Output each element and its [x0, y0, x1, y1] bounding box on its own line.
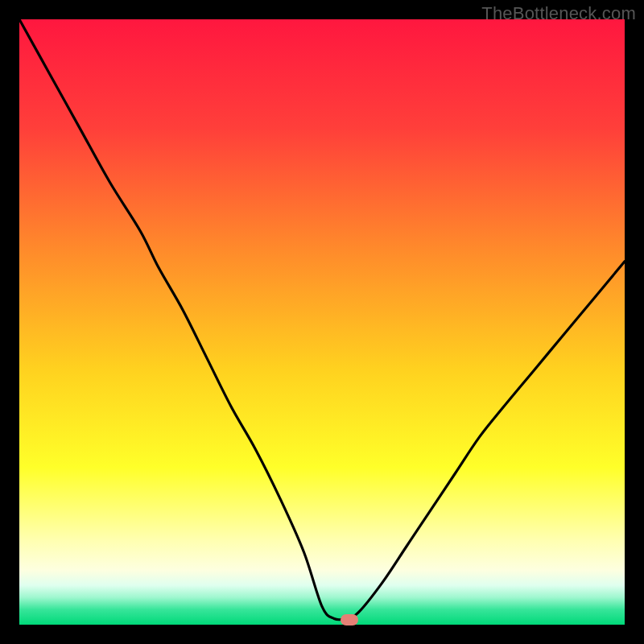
- plot-svg: [19, 19, 625, 625]
- plot-area: [19, 19, 625, 625]
- optimal-marker: [341, 614, 358, 625]
- chart-frame: TheBottleneck.com: [0, 0, 644, 644]
- gradient-rect: [19, 19, 625, 625]
